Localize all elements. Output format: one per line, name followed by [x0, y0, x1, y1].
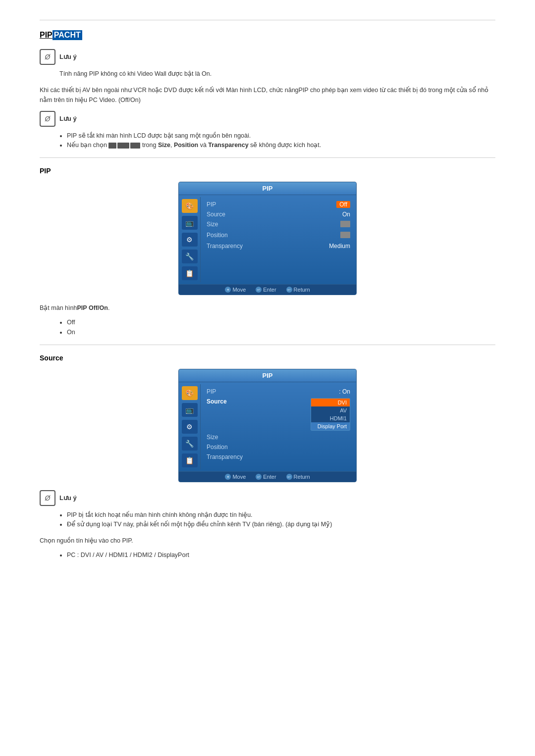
source-menu: PIP 🎨 📺 ⚙ 🔧 📋 PIP : On Source	[178, 369, 357, 482]
source-bullets: PC : DVI / AV / HDMI1 / HDMI2 / DisplayP…	[67, 552, 495, 558]
source-row-size: Size	[207, 434, 350, 441]
source-footer: ✦ Move ↵ Enter ↩ Return	[179, 471, 356, 482]
title-pip: PIP	[40, 31, 53, 40]
note1-content: Tính năng PIP không có khi Video Wall đư…	[59, 70, 495, 77]
pip-footer-move: ✦ Move	[225, 287, 246, 293]
divider2	[40, 345, 495, 345]
pip-menu-icons: 🎨 📺 ⚙ 🔧 📋	[179, 197, 201, 282]
note2-bullet-2: Nếu bạn chọn trong Size, Position và Tra…	[67, 141, 495, 149]
pip-value-position	[340, 232, 350, 240]
source-label-size: Size	[207, 434, 251, 441]
icon1	[108, 143, 116, 149]
pip-row-size: Size	[207, 221, 350, 229]
pip-row-position: Position	[207, 232, 350, 240]
pip-row-pip: PIP Off	[207, 201, 350, 208]
pip-value-size	[340, 221, 350, 229]
source-menu-icons: 🎨 📺 ⚙ 🔧 📋	[179, 384, 201, 469]
pip-label-transparency: Transparency	[207, 243, 251, 250]
source-footer-return: ↩ Return	[286, 474, 310, 480]
source-label-position: Position	[207, 444, 251, 451]
pip-footer: ✦ Move ↵ Enter ↩ Return	[179, 284, 356, 295]
pip-label-source: Source	[207, 211, 251, 218]
source-menu-title: PIP	[179, 369, 356, 382]
pip-bullets: Off On	[67, 319, 495, 336]
pip-value-pip: Off	[336, 201, 350, 208]
pip-row-transparency: Transparency Medium	[207, 243, 350, 250]
top-divider	[40, 20, 495, 20]
source-note-bullet-2: Để sử dụng loại TV này, phải kết nối một…	[67, 520, 495, 528]
pip-menu-wrapper: PIP 🎨 📺 ⚙ 🔧 📋 PIP Off Source On	[40, 182, 495, 295]
source-menu-wrapper: PIP 🎨 📺 ⚙ 🔧 📋 PIP : On Source	[40, 369, 495, 482]
source-icon-4: 🔧	[182, 437, 198, 451]
inline-icons	[108, 143, 140, 149]
source-note-label: Lưu ý	[59, 490, 77, 506]
divider1	[40, 157, 495, 158]
source-option-av: AV	[311, 406, 350, 414]
pip-icon-3: ⚙	[182, 233, 198, 247]
note1-box: Ø Lưu ý	[40, 49, 495, 65]
pip-menu-content: PIP Off Source On Size Position	[201, 197, 356, 282]
note2-label: Lưu ý	[59, 111, 77, 127]
source-icon-3: ⚙	[182, 420, 198, 434]
pip-section-heading: PIP	[40, 167, 495, 175]
source-move-icon: ✦	[225, 474, 231, 480]
pip-label-pip: PIP	[207, 201, 251, 208]
source-note-icon: Ø	[40, 490, 55, 506]
source-row-pip: PIP : On	[207, 388, 350, 395]
pip-label-position: Position	[207, 232, 251, 240]
note1-label: Lưu ý	[59, 49, 77, 65]
source-option-hdmi1: HDMI1	[311, 414, 350, 422]
source-return-icon: ↩	[286, 474, 292, 480]
icon3	[130, 143, 140, 149]
note2-box: Ø Lưu ý	[40, 111, 495, 127]
pip-value-transparency: Medium	[329, 243, 350, 250]
pip-menu-title: PIP	[179, 182, 356, 195]
source-enter-icon: ↵	[256, 474, 262, 480]
source-row-source: Source DVI AV HDMI1 Display Port	[207, 398, 350, 431]
source-dropdown: DVI AV HDMI1 Display Port	[311, 398, 350, 431]
source-row-transparency: Transparency	[207, 454, 350, 460]
source-row-position: Position	[207, 444, 350, 451]
source-note-bullet-1: PIP bị tắt kích hoạt nếu màn hình chính …	[67, 511, 495, 518]
return-icon: ↩	[286, 287, 292, 293]
page-title-bar: PIP PACHT	[40, 30, 495, 40]
pip-bullet-on: On	[67, 329, 495, 336]
note2-icon: Ø	[40, 111, 55, 127]
pip-icon-1: 🎨	[182, 199, 198, 213]
source-icon-2: 📺	[182, 403, 198, 417]
pip-footer-enter: ↵ Enter	[256, 287, 276, 293]
source-value-pip: : On	[339, 388, 350, 395]
pip-desc: Bật màn hìnhPIP Off/On.	[40, 303, 495, 313]
icon2	[117, 143, 129, 149]
source-label-transparency: Transparency	[207, 454, 251, 460]
title-pacht: PACHT	[53, 30, 82, 40]
source-icon-5: 📋	[182, 454, 198, 467]
enter-icon: ↵	[256, 287, 262, 293]
source-footer-move: ✦ Move	[225, 474, 246, 480]
pip-footer-return: ↩ Return	[286, 287, 310, 293]
pip-icon-2: 📺	[182, 216, 198, 230]
pip-menu: PIP 🎨 📺 ⚙ 🔧 📋 PIP Off Source On	[178, 182, 357, 295]
intro-paragraph: Khi các thiết bị AV bên ngoài như VCR ho…	[40, 85, 495, 105]
move-icon: ✦	[225, 287, 231, 293]
source-bullet-1: PC : DVI / AV / HDMI1 / HDMI2 / DisplayP…	[67, 552, 495, 558]
note2-bullets: PIP sẽ tắt khi màn hình LCD được bật san…	[67, 132, 495, 149]
pip-label-size: Size	[207, 221, 251, 229]
source-label-pip: PIP	[207, 388, 251, 395]
pip-icon-5: 📋	[182, 266, 198, 280]
source-section-heading: Source	[40, 354, 495, 362]
note2-bullet-1: PIP sẽ tắt khi màn hình LCD được bật san…	[67, 132, 495, 139]
source-footer-enter: ↵ Enter	[256, 474, 276, 480]
source-desc: Chọn nguồn tín hiệu vào cho PIP.	[40, 536, 495, 546]
pip-bullet-off: Off	[67, 319, 495, 326]
pip-row-source: Source On	[207, 211, 350, 218]
note1-icon: Ø	[40, 49, 55, 65]
source-menu-content: PIP : On Source DVI AV HDMI1 Display	[201, 384, 356, 469]
source-menu-body: 🎨 📺 ⚙ 🔧 📋 PIP : On Source	[179, 382, 356, 471]
source-option-displayport: Display Port	[311, 422, 350, 430]
source-icon-1: 🎨	[182, 386, 198, 400]
source-label-source: Source	[207, 398, 251, 431]
pip-icon-4: 🔧	[182, 250, 198, 263]
source-note-box: Ø Lưu ý	[40, 490, 495, 506]
source-value-source: DVI AV HDMI1 Display Port	[311, 398, 350, 431]
